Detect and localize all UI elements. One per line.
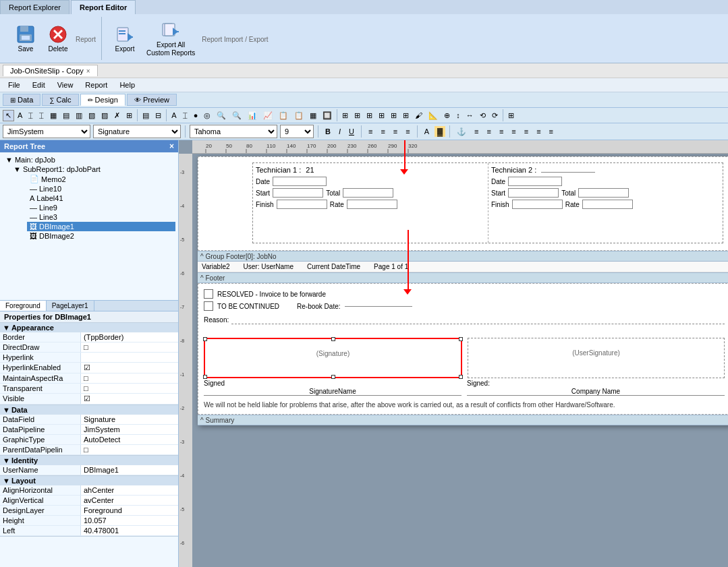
- export-all-button[interactable]: Export All Custom Reports: [142, 18, 199, 59]
- tb-btn20[interactable]: 📋: [276, 110, 291, 121]
- tb-btn7[interactable]: ▨: [99, 110, 111, 121]
- align-justify[interactable]: ≡: [403, 126, 412, 137]
- tb-pointer[interactable]: ↖: [3, 110, 14, 121]
- tb-btn32[interactable]: ⊕: [441, 110, 453, 121]
- tb-btn6[interactable]: ▧: [86, 110, 98, 121]
- tb-text[interactable]: A: [15, 110, 25, 121]
- tree-item-memo2[interactable]: 📄Memo2: [27, 174, 175, 184]
- datasource-select[interactable]: JimSystem: [3, 125, 90, 138]
- tb-btn24[interactable]: ⊞: [339, 110, 351, 121]
- report-editor-tab[interactable]: Report Editor: [71, 0, 136, 14]
- tree-item-subreport[interactable]: ▼SubReport1: dpJobPart: [11, 165, 175, 174]
- tree-item-line10[interactable]: —Line10: [27, 184, 175, 193]
- prop-datapipeline: DataPipeline JimSystem: [0, 425, 178, 435]
- menu-help[interactable]: Help: [114, 80, 140, 90]
- tree-item-line3[interactable]: —Line3: [27, 212, 175, 222]
- menu-edit[interactable]: Edit: [27, 80, 51, 90]
- italic-button[interactable]: I: [336, 126, 343, 137]
- font-select[interactable]: Tahoma: [190, 125, 277, 138]
- tb-btn2[interactable]: ⌶: [36, 110, 47, 121]
- menu-view[interactable]: View: [52, 80, 79, 90]
- align-left[interactable]: ≡: [366, 126, 375, 137]
- menu-file[interactable]: File: [3, 80, 26, 90]
- tree-close-button[interactable]: ×: [169, 142, 174, 151]
- tab-data[interactable]: ⊞ Data: [3, 94, 40, 106]
- signature-box-selected[interactable]: (Signature): [204, 338, 462, 378]
- delete-button[interactable]: Delete: [43, 22, 73, 55]
- bold-button[interactable]: B: [323, 126, 333, 137]
- fields-row: JimSystem Signature Tahoma 9 B I U ≡ ≡ ≡…: [0, 123, 728, 140]
- tab-calc[interactable]: ∑ Calc: [42, 94, 78, 106]
- tab-preview[interactable]: 👁 Preview: [127, 94, 177, 106]
- tree-item-dbimage2[interactable]: 🖼DBImage2: [27, 231, 175, 241]
- tb-btn26[interactable]: ⊞: [364, 110, 375, 121]
- tree-title: Report Tree: [4, 142, 45, 150]
- tb-btn21[interactable]: 📋: [291, 110, 306, 121]
- tb-btn15[interactable]: ◎: [201, 110, 213, 121]
- tb-btn31[interactable]: 📐: [426, 110, 441, 121]
- tree-item-line9[interactable]: —Line9: [27, 203, 175, 212]
- tb-btn28[interactable]: ⊞: [388, 110, 399, 121]
- color-btn[interactable]: A: [422, 126, 432, 137]
- tree-item-dbimage1[interactable]: 🖼DBImage1: [27, 222, 175, 231]
- svg-text:-7: -7: [180, 305, 184, 309]
- foreground-tab[interactable]: Foreground: [0, 301, 47, 311]
- tb-btn10[interactable]: ▤: [140, 110, 152, 121]
- more-btn3[interactable]: ≡: [497, 126, 506, 137]
- font-size-select[interactable]: 9: [280, 125, 314, 138]
- tb-btn12[interactable]: A: [169, 110, 179, 121]
- appearance-header[interactable]: ▼Appearance: [0, 323, 178, 332]
- doc-tab-close[interactable]: ×: [86, 67, 90, 75]
- tb-btn30[interactable]: 🖌: [412, 110, 425, 121]
- underline-button[interactable]: U: [346, 126, 357, 137]
- tb-btn4[interactable]: ▤: [60, 110, 72, 121]
- save-button[interactable]: Save: [11, 22, 40, 55]
- design-area[interactable]: 20 50 80 110 140 170 200 230 260 290 320: [179, 140, 728, 567]
- more-btn4[interactable]: ≡: [509, 126, 518, 137]
- tb-btn25[interactable]: ⊞: [352, 110, 363, 121]
- tb-btn33[interactable]: ↕: [453, 110, 463, 121]
- tb-btn18[interactable]: 📊: [245, 110, 260, 121]
- tb-btn16[interactable]: 🔍: [214, 110, 229, 121]
- tb-btn13[interactable]: ⌶: [180, 110, 190, 121]
- tb-btn36[interactable]: ⟳: [489, 110, 501, 121]
- more-btn2[interactable]: ≡: [484, 126, 493, 137]
- tb-btn1[interactable]: ⌶: [26, 110, 36, 121]
- tb-btn23[interactable]: 🔲: [320, 110, 335, 121]
- more-btn6[interactable]: ≡: [534, 126, 543, 137]
- export-button[interactable]: Export: [110, 22, 140, 55]
- menu-report[interactable]: Report: [80, 80, 113, 90]
- more-btn7[interactable]: ≡: [547, 126, 556, 137]
- tb-btn34[interactable]: ↔: [464, 110, 476, 121]
- tb-btn22[interactable]: ▦: [307, 110, 319, 121]
- tb-btn11[interactable]: ⊟: [152, 110, 164, 121]
- align-center[interactable]: ≡: [378, 126, 387, 137]
- data-header[interactable]: ▼Data: [0, 405, 178, 415]
- svg-text:-1: -1: [180, 372, 184, 377]
- more-btn5[interactable]: ≡: [522, 126, 531, 137]
- pagelayer1-tab[interactable]: PageLayer1: [47, 301, 94, 311]
- field-select[interactable]: Signature: [93, 125, 181, 138]
- highlight-btn[interactable]: ▓: [435, 126, 445, 137]
- tb-btn14[interactable]: ●: [191, 110, 201, 121]
- tb-btn5[interactable]: ▥: [73, 110, 85, 121]
- tb-btn19[interactable]: 📈: [260, 110, 275, 121]
- tree-item-main[interactable]: ▼Main: dpJob: [3, 155, 175, 165]
- tb-btn8[interactable]: ✗: [111, 110, 123, 121]
- doc-tab[interactable]: Job-OnSiteSlip - Copy ×: [3, 65, 98, 76]
- identity-header[interactable]: ▼Identity: [0, 456, 178, 465]
- tb-btn17[interactable]: 🔍: [229, 110, 244, 121]
- tb-btn35[interactable]: ⟲: [477, 110, 488, 121]
- more-btn1[interactable]: ≡: [472, 126, 481, 137]
- tree-item-label41[interactable]: ALabel41: [27, 193, 175, 203]
- anchor-btn[interactable]: ⚓: [454, 126, 469, 138]
- tb-btn3[interactable]: ▦: [47, 110, 59, 121]
- layout-header[interactable]: ▼Layout: [0, 476, 178, 485]
- tab-design[interactable]: ✏ Design: [80, 94, 125, 106]
- tb-btn37[interactable]: ⊞: [505, 110, 517, 121]
- tb-btn29[interactable]: ⊞: [400, 110, 412, 121]
- tb-btn27[interactable]: ⊞: [376, 110, 387, 121]
- align-right[interactable]: ≡: [391, 126, 400, 137]
- tb-btn9[interactable]: ⊞: [123, 110, 135, 121]
- report-explorer-tab[interactable]: Report Explorer: [0, 0, 69, 14]
